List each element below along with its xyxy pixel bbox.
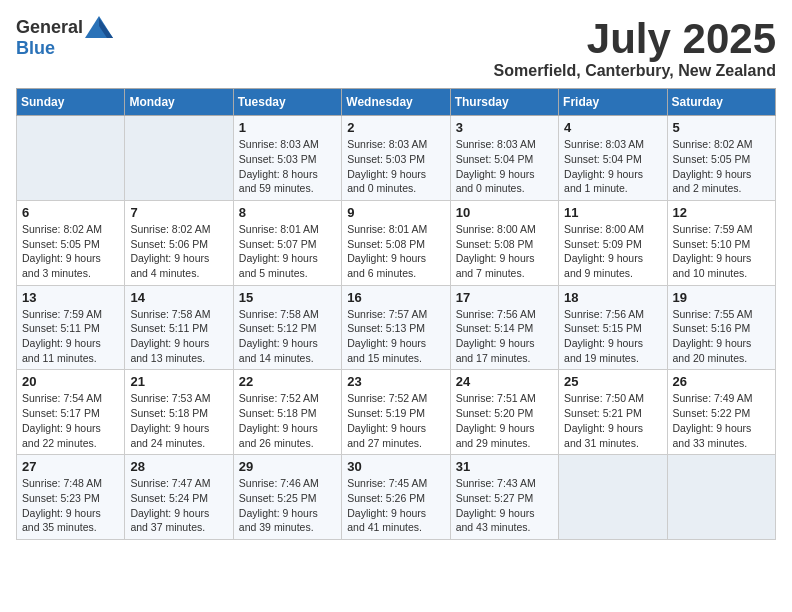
calendar-cell: 26Sunrise: 7:49 AMSunset: 5:22 PMDayligh… bbox=[667, 370, 775, 455]
day-number: 25 bbox=[564, 374, 661, 389]
day-detail: Sunrise: 7:46 AMSunset: 5:25 PMDaylight:… bbox=[239, 476, 336, 535]
calendar-cell: 13Sunrise: 7:59 AMSunset: 5:11 PMDayligh… bbox=[17, 285, 125, 370]
calendar-cell: 27Sunrise: 7:48 AMSunset: 5:23 PMDayligh… bbox=[17, 455, 125, 540]
day-detail: Sunrise: 7:54 AMSunset: 5:17 PMDaylight:… bbox=[22, 391, 119, 450]
day-detail: Sunrise: 8:02 AMSunset: 5:06 PMDaylight:… bbox=[130, 222, 227, 281]
day-number: 27 bbox=[22, 459, 119, 474]
calendar-cell bbox=[559, 455, 667, 540]
day-number: 14 bbox=[130, 290, 227, 305]
day-number: 9 bbox=[347, 205, 444, 220]
calendar-week-row: 27Sunrise: 7:48 AMSunset: 5:23 PMDayligh… bbox=[17, 455, 776, 540]
day-header-monday: Monday bbox=[125, 89, 233, 116]
calendar-cell: 4Sunrise: 8:03 AMSunset: 5:04 PMDaylight… bbox=[559, 116, 667, 201]
day-number: 28 bbox=[130, 459, 227, 474]
calendar-cell: 11Sunrise: 8:00 AMSunset: 5:09 PMDayligh… bbox=[559, 200, 667, 285]
day-header-tuesday: Tuesday bbox=[233, 89, 341, 116]
calendar-cell: 12Sunrise: 7:59 AMSunset: 5:10 PMDayligh… bbox=[667, 200, 775, 285]
day-number: 10 bbox=[456, 205, 553, 220]
day-number: 15 bbox=[239, 290, 336, 305]
day-detail: Sunrise: 8:01 AMSunset: 5:08 PMDaylight:… bbox=[347, 222, 444, 281]
day-header-thursday: Thursday bbox=[450, 89, 558, 116]
day-number: 8 bbox=[239, 205, 336, 220]
calendar-cell: 16Sunrise: 7:57 AMSunset: 5:13 PMDayligh… bbox=[342, 285, 450, 370]
day-detail: Sunrise: 7:53 AMSunset: 5:18 PMDaylight:… bbox=[130, 391, 227, 450]
day-number: 16 bbox=[347, 290, 444, 305]
day-header-saturday: Saturday bbox=[667, 89, 775, 116]
day-detail: Sunrise: 8:02 AMSunset: 5:05 PMDaylight:… bbox=[22, 222, 119, 281]
calendar-cell: 20Sunrise: 7:54 AMSunset: 5:17 PMDayligh… bbox=[17, 370, 125, 455]
logo-icon bbox=[85, 16, 113, 38]
calendar-cell bbox=[125, 116, 233, 201]
day-detail: Sunrise: 7:48 AMSunset: 5:23 PMDaylight:… bbox=[22, 476, 119, 535]
day-number: 31 bbox=[456, 459, 553, 474]
calendar-cell: 18Sunrise: 7:56 AMSunset: 5:15 PMDayligh… bbox=[559, 285, 667, 370]
calendar-cell: 8Sunrise: 8:01 AMSunset: 5:07 PMDaylight… bbox=[233, 200, 341, 285]
day-detail: Sunrise: 7:59 AMSunset: 5:11 PMDaylight:… bbox=[22, 307, 119, 366]
day-detail: Sunrise: 8:00 AMSunset: 5:09 PMDaylight:… bbox=[564, 222, 661, 281]
day-detail: Sunrise: 7:51 AMSunset: 5:20 PMDaylight:… bbox=[456, 391, 553, 450]
day-detail: Sunrise: 7:56 AMSunset: 5:15 PMDaylight:… bbox=[564, 307, 661, 366]
day-detail: Sunrise: 8:02 AMSunset: 5:05 PMDaylight:… bbox=[673, 137, 770, 196]
day-number: 3 bbox=[456, 120, 553, 135]
calendar-cell: 17Sunrise: 7:56 AMSunset: 5:14 PMDayligh… bbox=[450, 285, 558, 370]
day-number: 26 bbox=[673, 374, 770, 389]
day-detail: Sunrise: 8:03 AMSunset: 5:04 PMDaylight:… bbox=[564, 137, 661, 196]
logo-blue-text: Blue bbox=[16, 38, 55, 58]
day-detail: Sunrise: 8:00 AMSunset: 5:08 PMDaylight:… bbox=[456, 222, 553, 281]
day-detail: Sunrise: 8:03 AMSunset: 5:03 PMDaylight:… bbox=[239, 137, 336, 196]
day-detail: Sunrise: 7:47 AMSunset: 5:24 PMDaylight:… bbox=[130, 476, 227, 535]
day-number: 11 bbox=[564, 205, 661, 220]
calendar-cell: 10Sunrise: 8:00 AMSunset: 5:08 PMDayligh… bbox=[450, 200, 558, 285]
day-detail: Sunrise: 7:58 AMSunset: 5:11 PMDaylight:… bbox=[130, 307, 227, 366]
day-header-friday: Friday bbox=[559, 89, 667, 116]
calendar-week-row: 1Sunrise: 8:03 AMSunset: 5:03 PMDaylight… bbox=[17, 116, 776, 201]
day-number: 13 bbox=[22, 290, 119, 305]
day-number: 30 bbox=[347, 459, 444, 474]
calendar-cell: 2Sunrise: 8:03 AMSunset: 5:03 PMDaylight… bbox=[342, 116, 450, 201]
day-number: 12 bbox=[673, 205, 770, 220]
calendar-cell: 15Sunrise: 7:58 AMSunset: 5:12 PMDayligh… bbox=[233, 285, 341, 370]
day-number: 20 bbox=[22, 374, 119, 389]
calendar-cell: 24Sunrise: 7:51 AMSunset: 5:20 PMDayligh… bbox=[450, 370, 558, 455]
day-number: 6 bbox=[22, 205, 119, 220]
calendar-cell: 14Sunrise: 7:58 AMSunset: 5:11 PMDayligh… bbox=[125, 285, 233, 370]
day-number: 29 bbox=[239, 459, 336, 474]
calendar-header-row: SundayMondayTuesdayWednesdayThursdayFrid… bbox=[17, 89, 776, 116]
day-detail: Sunrise: 7:57 AMSunset: 5:13 PMDaylight:… bbox=[347, 307, 444, 366]
calendar-week-row: 13Sunrise: 7:59 AMSunset: 5:11 PMDayligh… bbox=[17, 285, 776, 370]
day-header-sunday: Sunday bbox=[17, 89, 125, 116]
day-number: 4 bbox=[564, 120, 661, 135]
day-detail: Sunrise: 7:49 AMSunset: 5:22 PMDaylight:… bbox=[673, 391, 770, 450]
day-detail: Sunrise: 7:45 AMSunset: 5:26 PMDaylight:… bbox=[347, 476, 444, 535]
day-number: 17 bbox=[456, 290, 553, 305]
calendar-cell: 28Sunrise: 7:47 AMSunset: 5:24 PMDayligh… bbox=[125, 455, 233, 540]
day-detail: Sunrise: 7:43 AMSunset: 5:27 PMDaylight:… bbox=[456, 476, 553, 535]
calendar-cell: 30Sunrise: 7:45 AMSunset: 5:26 PMDayligh… bbox=[342, 455, 450, 540]
calendar-cell: 21Sunrise: 7:53 AMSunset: 5:18 PMDayligh… bbox=[125, 370, 233, 455]
day-detail: Sunrise: 7:59 AMSunset: 5:10 PMDaylight:… bbox=[673, 222, 770, 281]
day-detail: Sunrise: 7:58 AMSunset: 5:12 PMDaylight:… bbox=[239, 307, 336, 366]
calendar-cell: 3Sunrise: 8:03 AMSunset: 5:04 PMDaylight… bbox=[450, 116, 558, 201]
day-number: 24 bbox=[456, 374, 553, 389]
day-detail: Sunrise: 8:01 AMSunset: 5:07 PMDaylight:… bbox=[239, 222, 336, 281]
day-detail: Sunrise: 7:55 AMSunset: 5:16 PMDaylight:… bbox=[673, 307, 770, 366]
day-number: 19 bbox=[673, 290, 770, 305]
day-header-wednesday: Wednesday bbox=[342, 89, 450, 116]
calendar-cell: 9Sunrise: 8:01 AMSunset: 5:08 PMDaylight… bbox=[342, 200, 450, 285]
day-detail: Sunrise: 7:52 AMSunset: 5:19 PMDaylight:… bbox=[347, 391, 444, 450]
calendar-cell: 1Sunrise: 8:03 AMSunset: 5:03 PMDaylight… bbox=[233, 116, 341, 201]
day-number: 21 bbox=[130, 374, 227, 389]
calendar-cell: 31Sunrise: 7:43 AMSunset: 5:27 PMDayligh… bbox=[450, 455, 558, 540]
title-section: July 2025 Somerfield, Canterbury, New Ze… bbox=[494, 16, 776, 80]
calendar-cell: 19Sunrise: 7:55 AMSunset: 5:16 PMDayligh… bbox=[667, 285, 775, 370]
calendar-cell: 6Sunrise: 8:02 AMSunset: 5:05 PMDaylight… bbox=[17, 200, 125, 285]
logo: General Blue bbox=[16, 16, 113, 59]
calendar-cell bbox=[667, 455, 775, 540]
calendar-week-row: 20Sunrise: 7:54 AMSunset: 5:17 PMDayligh… bbox=[17, 370, 776, 455]
day-number: 1 bbox=[239, 120, 336, 135]
calendar-cell: 5Sunrise: 8:02 AMSunset: 5:05 PMDaylight… bbox=[667, 116, 775, 201]
day-number: 2 bbox=[347, 120, 444, 135]
calendar-week-row: 6Sunrise: 8:02 AMSunset: 5:05 PMDaylight… bbox=[17, 200, 776, 285]
day-number: 7 bbox=[130, 205, 227, 220]
calendar-cell: 25Sunrise: 7:50 AMSunset: 5:21 PMDayligh… bbox=[559, 370, 667, 455]
